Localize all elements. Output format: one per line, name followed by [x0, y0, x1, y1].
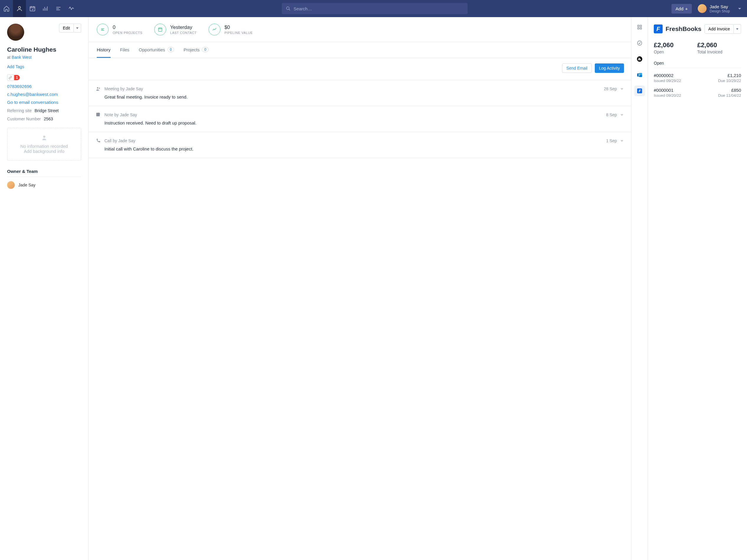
projects-icon: [97, 24, 108, 35]
invoiced-total: £2,060 Total Invoiced: [697, 41, 722, 54]
search-input[interactable]: [293, 6, 463, 11]
open-total: £2,060 Open: [654, 41, 673, 54]
background-info-box[interactable]: No information recorded Add background i…: [7, 128, 81, 160]
plus-icon: +: [685, 6, 688, 11]
add-tags-link[interactable]: Add Tags: [7, 64, 24, 69]
nav-activity-icon[interactable]: [65, 0, 78, 17]
stats-bar: 0OPEN PROJECTS YesterdayLAST CONTACT $0P…: [88, 17, 631, 42]
svg-text:O: O: [638, 74, 640, 76]
nav-people-icon[interactable]: [13, 0, 26, 17]
chevron-down-icon: [620, 139, 624, 143]
user-avatar: [698, 4, 706, 13]
totals: £2,060 Open £2,060 Total Invoiced: [654, 41, 741, 54]
bg-line2: Add background info: [10, 149, 78, 154]
svg-rect-9: [638, 28, 639, 29]
search-wrap: [78, 3, 671, 14]
activity-item[interactable]: Call by Jade Say 1 Sep Initial call with…: [88, 132, 631, 158]
contact-company-line: at Bank West: [7, 55, 81, 59]
add-invoice-dropdown[interactable]: [734, 24, 741, 34]
referring-site-row: Referring site Bridge Street: [7, 108, 81, 113]
search-icon: [286, 6, 291, 11]
svg-point-4: [97, 87, 99, 89]
nav-reports-icon[interactable]: [39, 0, 52, 17]
call-icon: [96, 138, 101, 144]
add-invoice-button[interactable]: Add Invoice: [704, 24, 734, 34]
link-count: 1: [14, 75, 20, 80]
top-nav: Add+ Jade Say Design Shop: [0, 0, 747, 17]
rail-freshbooks-icon[interactable]: F: [634, 85, 645, 96]
calendar-icon: [154, 24, 166, 35]
actions-row: Send Email Log Activity: [88, 58, 631, 80]
note-icon: [96, 112, 101, 118]
chevron-down-icon: [76, 27, 78, 29]
edit-button[interactable]: Edit: [59, 24, 74, 32]
bg-line1: No information recorded: [10, 144, 78, 149]
freshbooks-logo: F: [654, 25, 663, 33]
chevron-down-icon: [620, 87, 624, 91]
contact-sidebar: Edit Caroline Hughes at Bank West Add Ta…: [0, 17, 88, 560]
tab-files[interactable]: Files: [120, 42, 130, 58]
link-badge[interactable]: 1: [7, 74, 81, 81]
search-box[interactable]: [282, 3, 468, 14]
stat-last-contact[interactable]: YesterdayLAST CONTACT: [154, 24, 197, 35]
svg-rect-10: [640, 28, 641, 29]
contact-name: Caroline Hughes: [7, 46, 81, 53]
svg-point-2: [286, 7, 289, 9]
stat-pipeline[interactable]: $0PIPELINE VALUE: [209, 24, 253, 35]
phone-link[interactable]: 0783692696: [7, 84, 81, 89]
svg-rect-3: [158, 28, 162, 31]
nav-icons: [0, 0, 78, 17]
stat-open-projects[interactable]: 0OPEN PROJECTS: [97, 24, 143, 35]
svg-point-5: [99, 87, 100, 89]
topnav-right: Add+ Jade Say Design Shop: [671, 4, 747, 14]
rail-apps-icon[interactable]: [634, 22, 645, 32]
owner-avatar: [7, 181, 15, 189]
add-button[interactable]: Add+: [671, 4, 692, 14]
edit-button-group: Edit: [59, 24, 81, 32]
referring-site-label: Referring site: [7, 108, 31, 113]
activity-item[interactable]: Note by Jade Say 8 Sep Instruction recei…: [88, 106, 631, 132]
center-column: 0OPEN PROJECTS YesterdayLAST CONTACT $0P…: [88, 17, 632, 560]
svg-rect-8: [640, 25, 641, 27]
add-button-label: Add: [676, 6, 684, 11]
freshbooks-header: F FreshBooks Add Invoice: [654, 24, 741, 34]
tab-projects[interactable]: Projects0: [183, 42, 209, 58]
svg-point-11: [637, 41, 642, 46]
svg-rect-1: [30, 7, 35, 11]
contact-avatar: [7, 24, 24, 41]
integrations-rail: O F: [632, 17, 648, 560]
user-menu[interactable]: Jade Say Design Shop: [698, 4, 741, 13]
rail-outlook-icon[interactable]: O: [634, 70, 645, 80]
svg-text:F: F: [639, 89, 641, 93]
meeting-icon: [96, 86, 101, 92]
owner-row[interactable]: Jade Say: [7, 181, 81, 189]
nav-list-icon[interactable]: [52, 0, 65, 17]
invoice-row[interactable]: #0000002 Issued 09/29/22 £1,210 Due 10/2…: [654, 73, 741, 83]
tab-history[interactable]: History: [97, 42, 111, 58]
svg-point-0: [18, 6, 20, 8]
rail-rss-icon[interactable]: [634, 54, 645, 64]
rail-check-icon[interactable]: [634, 38, 645, 48]
freshbooks-brand: F FreshBooks: [654, 25, 701, 33]
activity-item[interactable]: Meeting by Jade Say 28 Sep Great final m…: [88, 80, 631, 106]
email-conversations-link[interactable]: Go to email conversations: [7, 100, 81, 105]
log-activity-button[interactable]: Log Activity: [595, 63, 624, 73]
nav-calendar-icon[interactable]: [26, 0, 39, 17]
customer-number-label: Customer Number: [7, 117, 41, 121]
owner-team-title: Owner & Team: [7, 169, 81, 177]
edit-dropdown[interactable]: [74, 24, 81, 32]
user-name: Jade Say: [710, 4, 730, 9]
invoice-row[interactable]: #0000001 Issued 09/20/22 £850 Due 11/04/…: [654, 87, 741, 98]
tab-opportunities[interactable]: Opportunities0: [139, 42, 174, 58]
svg-rect-7: [638, 25, 639, 27]
send-email-button[interactable]: Send Email: [562, 63, 592, 73]
chevron-down-icon: [736, 28, 739, 30]
customer-number-value: 2563: [44, 117, 53, 121]
company-link[interactable]: Bank West: [12, 55, 31, 59]
trend-icon: [209, 24, 221, 35]
email-link[interactable]: c.hughes@bankwest.com: [7, 92, 81, 97]
open-section-title: Open: [654, 61, 741, 68]
nav-home-icon[interactable]: [0, 0, 13, 17]
chevron-down-icon: [738, 8, 741, 9]
freshbooks-panel: F FreshBooks Add Invoice £2,060 Open £2,…: [648, 17, 747, 560]
